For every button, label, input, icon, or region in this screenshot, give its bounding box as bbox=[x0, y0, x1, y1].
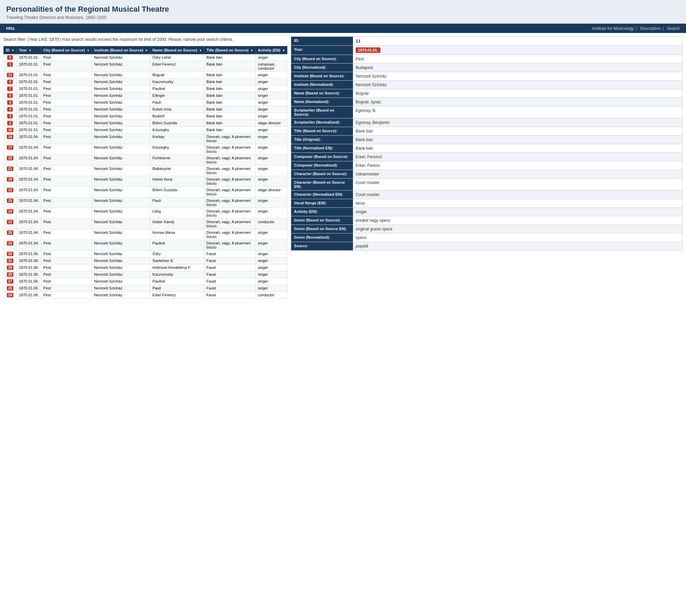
nav-link-description[interactable]: Description bbox=[640, 26, 661, 31]
table-row[interactable]: 9 1870.01.01. Pest Nemzeti Szinház Kaczv… bbox=[4, 79, 287, 85]
id-badge: 5 bbox=[7, 100, 13, 105]
detail-label: Activity (EN): bbox=[291, 208, 353, 216]
cell-name: Human Alexa bbox=[150, 229, 204, 240]
cell-name: Huber Károly bbox=[150, 219, 204, 229]
detail-value-id: 11 bbox=[353, 37, 683, 46]
table-row[interactable]: 6 1870.01.01. Pest Nemzeti Szinház Ellin… bbox=[4, 92, 287, 99]
cell-name: Bodorfi bbox=[150, 113, 204, 120]
col-city[interactable]: City (Based on Source) ▼ bbox=[41, 46, 92, 54]
cell-city: Pest bbox=[41, 258, 92, 264]
table-row[interactable]: 14 1870.01.04. Pest Nemzeti Szinház Láng… bbox=[4, 208, 287, 219]
cell-city: Pest bbox=[41, 197, 92, 208]
id-badge: 25 bbox=[7, 286, 13, 290]
nav-link-musicology[interactable]: Institute for Musicology bbox=[592, 26, 634, 31]
table-row[interactable]: 21 1870.01.04. Pest Nemzeti Szinház Balk… bbox=[4, 166, 287, 176]
cell-id: 9 bbox=[4, 79, 17, 85]
table-row[interactable]: 4 1870.01.01. Pest Nemzeti Szinház Kotsi… bbox=[4, 106, 287, 113]
cell-year: 1870.01.04. bbox=[16, 219, 41, 229]
table-row[interactable]: 22 1870.01.04. Pest Nemzeti Szinház Fich… bbox=[4, 155, 287, 166]
table-row[interactable]: 30 1870.01.06. Pest Nemzeti Szinház Holl… bbox=[4, 264, 287, 271]
table-row[interactable]: 19 1870.01.04. Pest Nemzeti Szinház Helv… bbox=[4, 176, 287, 187]
cell-institute: Nemzeti Szinház bbox=[92, 144, 150, 155]
cell-name: Ódry Lehel bbox=[150, 54, 204, 61]
detail-row: Composer (Normalized): Erkel, Ferenc bbox=[291, 161, 683, 170]
detail-label: Character (Normalized EN): bbox=[291, 191, 353, 199]
col-name[interactable]: Name (Based on Source) ▼ bbox=[150, 46, 204, 54]
cell-id: 13 bbox=[4, 219, 17, 229]
left-panel: Search filter: (Year LIKE '1870') Your s… bbox=[3, 36, 287, 299]
cell-activity: singer bbox=[255, 72, 287, 79]
table-row[interactable]: 31 1870.01.06. Pest Nemzeti Szinház Saxl… bbox=[4, 258, 287, 264]
table-row[interactable]: 24 1870.01.06. Pest Nemzeti Szinház Erke… bbox=[4, 292, 287, 299]
cell-institute: Nemzeti Szinház bbox=[92, 120, 150, 127]
cell-city: Pest bbox=[41, 134, 92, 144]
nav-link-search[interactable]: Search bbox=[667, 26, 680, 31]
detail-row-id: ID: 11 bbox=[291, 37, 683, 46]
cell-activity: singer bbox=[255, 79, 287, 85]
table-row[interactable]: 26 1870.01.06. Pest Nemzeti Szinház Ódry… bbox=[4, 251, 287, 258]
detail-label: Composer (Based on Source): bbox=[291, 153, 353, 161]
detail-value: tenor bbox=[353, 199, 683, 208]
cell-name: Erkel Ferencz bbox=[150, 61, 204, 72]
table-row[interactable]: 7 1870.01.01. Pest Nemzeti Szinház Pauli… bbox=[4, 85, 287, 92]
id-badge: 17 bbox=[7, 145, 13, 150]
col-id[interactable]: ID ▼ bbox=[4, 46, 17, 54]
cell-year: 1870.01.01. bbox=[16, 54, 41, 61]
cell-city: Pest bbox=[41, 61, 92, 72]
table-row[interactable]: 8 1870.01.01. Pest Nemzeti Szinház Ódry … bbox=[4, 54, 287, 61]
detail-value: Bánk bán bbox=[353, 136, 683, 144]
detail-label: Vocal Range (EN): bbox=[291, 199, 353, 208]
table-row[interactable]: 18 1870.01.04. Pest Nemzeti Szinház Korb… bbox=[4, 134, 287, 144]
cell-year: 1870.01.04. bbox=[16, 229, 41, 240]
table-row[interactable]: 20 1870.01.04. Pest Nemzeti Szinház Huma… bbox=[4, 229, 287, 240]
table-row[interactable]: 25 1870.01.06. Pest Nemzeti Szinház Paul… bbox=[4, 285, 287, 292]
table-row[interactable]: 10 1870.01.01. Pest Nemzeti Szinház Kösz… bbox=[4, 127, 287, 134]
table-row[interactable]: 1 1870.01.01. Pest Nemzeti Szinház Erkel… bbox=[4, 61, 287, 72]
cell-year: 1870.01.01. bbox=[16, 127, 41, 134]
detail-label: Title (Original): bbox=[291, 136, 353, 144]
cell-institute: Nemzeti Szinház bbox=[92, 127, 150, 134]
col-title[interactable]: Title (Based on Source) ▼ bbox=[204, 46, 256, 54]
id-badge: 14 bbox=[7, 209, 13, 214]
table-row[interactable]: 2 1870.01.01. Pest Nemzeti Szinház Böhm … bbox=[4, 120, 287, 127]
sort-icon-title: ▼ bbox=[250, 49, 253, 52]
detail-row: Genre (Based on Source): eredeti nagy op… bbox=[291, 216, 683, 225]
detail-row: Character (Based on Source EN): Court ma… bbox=[291, 179, 683, 191]
cell-name: Erkel Ferencz bbox=[150, 292, 204, 299]
detail-value: Bánk bán bbox=[353, 144, 683, 153]
col-activity[interactable]: Activity (EN) ▼ bbox=[255, 46, 287, 54]
table-row[interactable]: 13 1870.01.04. Pest Nemzeti Szinház Hube… bbox=[4, 219, 287, 229]
cell-id: 15 bbox=[4, 197, 17, 208]
id-badge: 18 bbox=[7, 135, 13, 139]
table-row[interactable]: 5 1870.01.01. Pest Nemzeti Szinház Pauli… bbox=[4, 99, 287, 106]
cell-id: 5 bbox=[4, 99, 17, 106]
table-row[interactable]: 17 1870.01.04. Pest Nemzeti Szinház Kösz… bbox=[4, 144, 287, 155]
detail-row: Composer (Based on Source): Erkel, Feren… bbox=[291, 153, 683, 161]
table-row[interactable]: 3 1870.01.01. Pest Nemzeti Szinház Bodor… bbox=[4, 113, 287, 120]
table-row[interactable]: 27 1870.01.06. Pest Nemzeti Szinház Paul… bbox=[4, 278, 287, 285]
detail-label: Title (Normalized EN): bbox=[291, 144, 353, 153]
cell-title: Bánk bán bbox=[204, 113, 256, 120]
col-institute[interactable]: Institute (Based on Source) ▼ bbox=[92, 46, 150, 54]
detail-value: singer bbox=[353, 208, 683, 216]
table-row[interactable]: 11 1870.01.01. Pest Nemzeti Szinház Bogn… bbox=[4, 72, 287, 79]
cell-activity: singer bbox=[255, 278, 287, 285]
table-row[interactable]: 29 1870.01.06. Pest Nemzeti Szinház Kacz… bbox=[4, 271, 287, 278]
cell-year: 1870.01.01. bbox=[16, 99, 41, 106]
cell-year: 1870.01.04. bbox=[16, 144, 41, 155]
id-badge: 12 bbox=[7, 188, 13, 192]
col-year[interactable]: Year ▼ bbox=[16, 46, 41, 54]
cell-id: 26 bbox=[4, 251, 17, 258]
detail-value: Bánk bán bbox=[353, 127, 683, 136]
cell-title: Dinorah, vagy: A ploermeri búcsú bbox=[204, 208, 256, 219]
table-row[interactable]: 16 1870.01.04. Pest Nemzeti Szinház Paul… bbox=[4, 240, 287, 251]
detail-row: Activity (EN): singer bbox=[291, 208, 683, 216]
detail-label: Institute (Based on Source): bbox=[291, 72, 353, 81]
cell-id: 30 bbox=[4, 264, 17, 271]
detail-row: Scriptwriter (Normalized): Egressy, Benj… bbox=[291, 118, 683, 127]
cell-city: Pest bbox=[41, 208, 92, 219]
table-row[interactable]: 15 1870.01.04. Pest Nemzeti Szinház Paul… bbox=[4, 197, 287, 208]
id-badge: 8 bbox=[7, 55, 13, 60]
detail-table: ID: 11 Year: 1870.01.01. City (Based on … bbox=[291, 36, 683, 251]
table-row[interactable]: 12 1870.01.04. Pest Nemzeti Szinház Böhm… bbox=[4, 187, 287, 197]
